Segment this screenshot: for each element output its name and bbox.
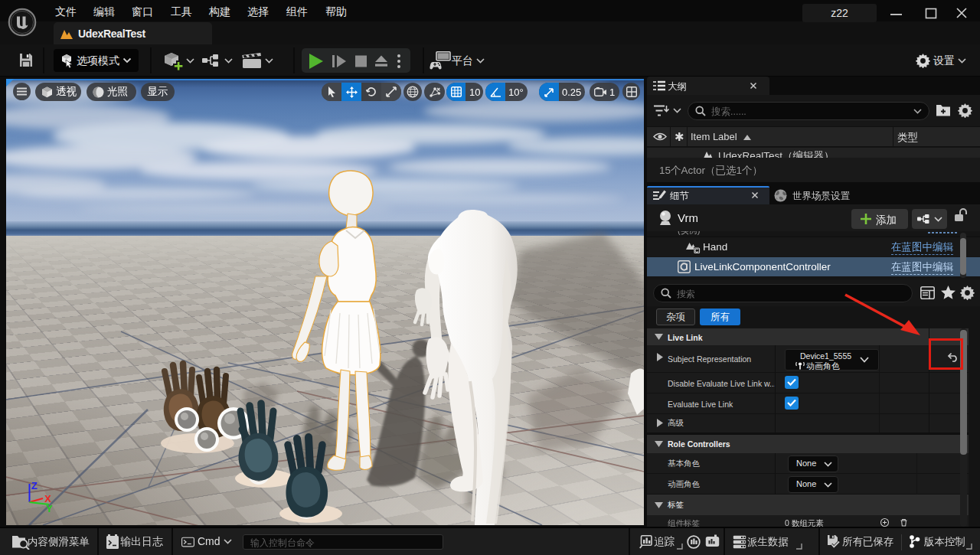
svg-text:Z: Z: [31, 480, 38, 491]
svg-text:Y: Y: [46, 503, 53, 514]
